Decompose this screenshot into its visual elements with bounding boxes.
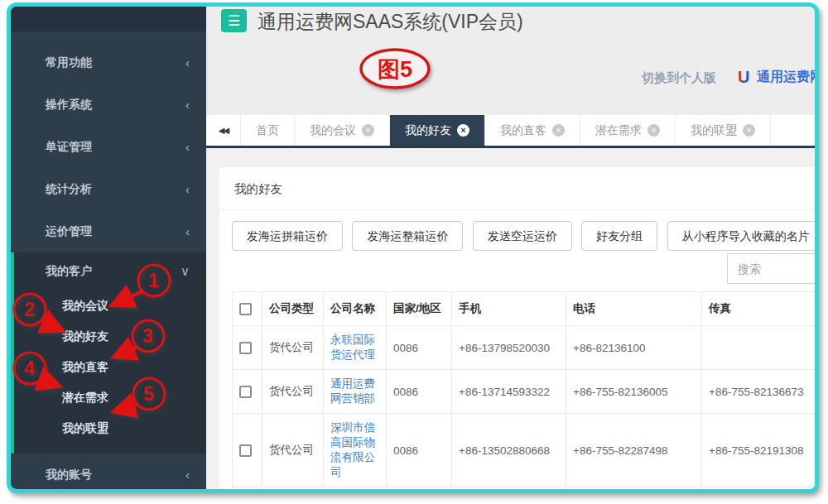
chevron-left-icon: ‹: [185, 55, 190, 70]
sub-item-label: 我的会议: [62, 299, 108, 314]
close-icon[interactable]: ×: [362, 124, 374, 137]
import-cards-from-miniprogram-button[interactable]: 从小程序导入收藏的名片: [667, 221, 815, 251]
tab-my-friends[interactable]: 我的好友 ×: [390, 115, 485, 146]
cell-mobile: +86-13798520030: [452, 326, 566, 370]
hamburger-icon: ☰: [228, 12, 240, 30]
tab-my-direct-customers[interactable]: 我的直客 ×: [485, 115, 580, 146]
sidebar-group-my-customers: 我的客户 ∨ 我的会议 我的好友 我的直客 潜在需求: [11, 252, 206, 454]
sidebar-item-operating-system[interactable]: 操作系统 ‹: [11, 84, 206, 126]
sidebar-item-common-functions[interactable]: 常用功能 ‹: [11, 41, 206, 84]
cell-fax: +86-755-82191308: [702, 414, 816, 487]
search-input[interactable]: [727, 253, 815, 284]
tab-my-meetings[interactable]: 我的会议 ×: [295, 115, 390, 146]
sidebar: 常用功能 ‹ 操作系统 ‹ 单证管理 ‹ 统计分析 ‹ 运价管理 ‹: [11, 7, 206, 489]
cell-mobile: +86-13502880668: [452, 414, 566, 487]
friend-groups-button[interactable]: 好友分组: [581, 221, 657, 251]
sidebar-item-statistics[interactable]: 统计分析 ‹: [11, 168, 206, 210]
app-window: 常用功能 ‹ 操作系统 ‹ 单证管理 ‹ 统计分析 ‹ 运价管理 ‹: [7, 2, 819, 493]
switch-to-personal-link[interactable]: 切换到个人版: [642, 70, 716, 86]
column-company-name: 公司名称: [324, 292, 387, 326]
sub-item-label: 潜在需求: [62, 391, 108, 406]
row-checkbox[interactable]: [239, 342, 252, 354]
cell-phone: +86-755-82287498: [566, 414, 702, 487]
table-row: 货代公司 永联国际货运代理 0086 +86-13798520030 +86-8…: [233, 326, 816, 370]
brand-logo: U U 通用运费网: [738, 68, 819, 86]
sidebar-item-label: 统计分析: [46, 182, 92, 197]
company-name-link[interactable]: 永联国际货运代理: [330, 334, 375, 361]
tab-label: 我的直客: [500, 123, 546, 138]
sidebar-item-my-customers[interactable]: 我的客户 ∨: [14, 252, 206, 290]
sidebar-item-my-account[interactable]: 我的账号 ‹: [11, 454, 206, 493]
table-row: 货代公司 通用运费网营销部 0086 +86-13714593322 +86-7…: [233, 370, 816, 414]
send-lcl-sea-rate-button[interactable]: 发海运拼箱运价: [232, 221, 343, 251]
cell-mobile: +86-13714593322: [452, 370, 566, 414]
sidebar-item-my-alliance[interactable]: 我的联盟: [14, 413, 206, 444]
tab-label: 潜在需求: [595, 123, 642, 138]
column-phone: 电话: [566, 292, 702, 326]
sidebar-item-label: 我的账号: [46, 468, 92, 482]
cell-country: 0086: [387, 370, 452, 414]
column-fax: 传真: [702, 292, 816, 326]
sidebar-header: [11, 7, 206, 31]
column-country: 国家/地区: [387, 292, 452, 326]
close-icon[interactable]: ×: [647, 124, 660, 137]
cell-country: 0086: [387, 326, 452, 370]
top-header: ☰ 通用运费网SAAS系统(VIP会员) 切换到个人版 U U 通用运费网: [206, 7, 815, 115]
sub-item-label: 我的直客: [62, 360, 108, 375]
sidebar-item-label: 运价管理: [46, 224, 92, 239]
chevron-down-icon: ∨: [181, 264, 190, 279]
action-button-row: 发海运拼箱运价 发海运整箱运价 发送空运运价 好友分组 从小程序导入收藏的名片: [232, 221, 815, 251]
tab-my-alliance[interactable]: 我的联盟 ×: [676, 115, 771, 146]
close-icon[interactable]: ×: [743, 124, 755, 137]
my-friends-panel: 我的好友 发海运拼箱运价 发海运整箱运价 发送空运运价 好友分组 从小程序导入收…: [219, 167, 815, 489]
row-checkbox[interactable]: [239, 386, 252, 398]
panel-title: 我的好友: [219, 167, 815, 210]
chevron-left-icon: ‹: [185, 182, 190, 196]
friends-table: 公司类型 公司名称 国家/地区 手机 电话 传真: [232, 291, 815, 487]
send-air-rate-button[interactable]: 发送空运运价: [473, 221, 572, 251]
tab-potential-demand[interactable]: 潜在需求 ×: [580, 115, 676, 146]
select-all-checkbox[interactable]: [239, 303, 252, 315]
tab-home[interactable]: 首页: [241, 115, 295, 146]
sub-item-label: 我的联盟: [62, 421, 108, 436]
company-name-link[interactable]: 深圳市信高国际物流有限公司: [330, 421, 375, 478]
sidebar-item-label: 我的客户: [46, 264, 92, 279]
cell-fax: [702, 326, 816, 370]
sidebar-item-my-direct-customers[interactable]: 我的直客: [14, 352, 206, 382]
sidebar-item-label: 单证管理: [46, 140, 92, 155]
tab-label: 我的联盟: [691, 123, 737, 138]
tab-label: 我的好友: [405, 123, 451, 138]
column-mobile: 手机: [452, 292, 566, 326]
close-icon[interactable]: ×: [552, 124, 565, 137]
chevron-left-icon: ‹: [185, 468, 190, 482]
collapse-tabs-icon[interactable]: ◀◀: [206, 115, 241, 146]
tab-label: 我的会议: [310, 123, 356, 138]
sub-item-label: 我的好友: [62, 329, 108, 344]
sidebar-item-potential-demand[interactable]: 潜在需求: [14, 382, 206, 413]
cell-phone: +86-755-82136005: [566, 370, 702, 414]
cell-company-type: 货代公司: [262, 414, 324, 487]
sidebar-item-my-meetings[interactable]: 我的会议: [14, 290, 206, 321]
sidebar-item-freight-management[interactable]: 运价管理 ‹: [11, 210, 206, 252]
column-company-type: 公司类型: [262, 292, 324, 326]
screenshot-frame: 常用功能 ‹ 操作系统 ‹ 单证管理 ‹ 统计分析 ‹ 运价管理 ‹: [0, 0, 828, 504]
company-name-link[interactable]: 通用运费网营销部: [330, 377, 375, 405]
cell-phone: +86-82136100: [566, 326, 702, 370]
sidebar-nav: 常用功能 ‹ 操作系统 ‹ 单证管理 ‹ 统计分析 ‹ 运价管理 ‹: [11, 31, 206, 493]
sidebar-item-my-friends[interactable]: 我的好友: [14, 321, 206, 352]
cell-company-type: 货代公司: [262, 370, 324, 414]
row-checkbox[interactable]: [239, 444, 252, 457]
send-fcl-sea-rate-button[interactable]: 发海运整箱运价: [352, 221, 463, 251]
table-row: 货代公司 深圳市信高国际物流有限公司 0086 +86-13502880668 …: [233, 414, 816, 487]
chevron-left-icon: ‹: [185, 98, 190, 112]
hamburger-menu-button[interactable]: ☰: [221, 9, 247, 32]
brand-name: 通用运费网: [757, 69, 819, 86]
tab-label: 首页: [256, 123, 279, 138]
main-area: ☰ 通用运费网SAAS系统(VIP会员) 切换到个人版 U U 通用运费网 ◀◀…: [206, 7, 815, 489]
sidebar-item-label: 常用功能: [46, 55, 92, 70]
close-icon[interactable]: ×: [457, 124, 469, 137]
page-title: 通用运费网SAAS系统(VIP会员): [258, 9, 523, 34]
chevron-left-icon: ‹: [185, 140, 190, 154]
sidebar-item-document-management[interactable]: 单证管理 ‹: [11, 126, 206, 168]
content-area: 我的好友 发海运拼箱运价 发海运整箱运价 发送空运运价 好友分组 从小程序导入收…: [206, 148, 815, 489]
